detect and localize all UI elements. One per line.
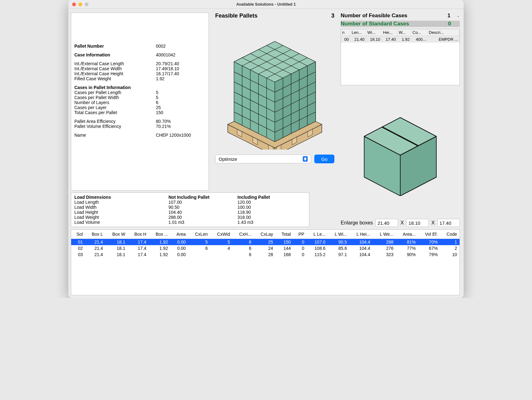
cases-col-header[interactable]: Len... [350, 29, 366, 36]
sol-col-header[interactable]: Box H [128, 230, 149, 239]
iec-width-value: 17.49/18.10 [156, 66, 205, 71]
sol-cell: 108.6 [307, 245, 328, 251]
table-row[interactable]: 0221.418.117.41.920.00646241440108.685.6… [71, 245, 460, 251]
pallet-name-label: Name [74, 133, 156, 138]
sol-col-header[interactable]: Box W [105, 230, 128, 239]
cases-table[interactable]: nLen...Wi...Hei...W...Co...Descri... 002… [341, 29, 460, 85]
sol-col-header[interactable]: Vol Ef. [418, 230, 440, 239]
sol-cell: 150 [275, 239, 293, 245]
sol-col-header[interactable]: Code [440, 230, 460, 239]
pallet-info-panel: Pallet Number0002 Case Information400010… [71, 13, 209, 191]
nsc-value: 0 [448, 21, 451, 27]
cases-per-layer-label: Cases per Layer [74, 105, 156, 110]
enlarge-length-input[interactable] [375, 219, 398, 227]
cases-cell: 00 [341, 36, 350, 43]
sol-cell: 104.4 [349, 245, 373, 251]
table-row[interactable]: 0021.4018.1017.401.92400...EMPDR ... [341, 36, 460, 43]
sol-col-header[interactable]: L Hei... [349, 230, 373, 239]
sol-cell: 01 [71, 239, 85, 245]
cases-col-header[interactable]: Descri... [428, 29, 460, 36]
load-dim-header: Load Dimensions [74, 195, 168, 200]
sol-cell: 77% [396, 245, 418, 251]
case-info-label: Case Information [74, 52, 156, 57]
svg-marker-39 [304, 159, 306, 161]
sol-cell [188, 251, 210, 258]
x-label: X [401, 220, 404, 226]
cases-col-header[interactable]: n [341, 29, 350, 36]
sol-cell: 0 [293, 251, 307, 258]
table-row[interactable]: 0121.418.117.41.920.00556251500107.090.5… [71, 239, 460, 245]
sol-cell: 17.4 [128, 245, 149, 251]
sol-cell: 85.6 [328, 245, 349, 251]
sol-col-header[interactable]: CxLay [254, 230, 275, 239]
sol-col-header[interactable]: L Wi... [328, 230, 349, 239]
cases-cell: EMPDR ... [428, 36, 460, 43]
cpl-width-value: 5 [156, 95, 205, 100]
sol-cell: 24 [254, 245, 275, 251]
sol-cell: 90.5 [328, 239, 349, 245]
sol-cell: 79% [418, 251, 440, 258]
chevron-down-icon[interactable]: ⌄ [457, 13, 460, 18]
table-row[interactable]: 0321.418.117.41.920.006281680115.297.110… [71, 251, 460, 258]
filled-weight-value: 1.92 [156, 76, 205, 81]
sol-cell: 25 [254, 239, 275, 245]
pallet-number-label: Pallet Number [74, 44, 156, 49]
sol-col-header[interactable]: CxWid [210, 230, 232, 239]
sol-cell: 70% [418, 239, 440, 245]
enlarge-width-input[interactable] [406, 219, 429, 227]
sol-cell: 0.00 [171, 251, 189, 258]
load-row-label: Load Weight [74, 215, 168, 220]
sol-cell: 1.92 [149, 245, 170, 251]
sol-col-header[interactable]: PP [293, 230, 307, 239]
optimize-select[interactable]: Optimize [215, 155, 311, 163]
sol-cell: 144 [275, 245, 293, 251]
cpl-width-label: Cases per Pallet Width [74, 95, 156, 100]
sol-col-header[interactable]: Sol [71, 230, 85, 239]
minimize-icon[interactable] [78, 3, 82, 6]
enlarge-height-input[interactable] [437, 219, 460, 227]
chevron-updown-icon [303, 156, 308, 162]
sol-col-header[interactable]: CxH... [232, 230, 254, 239]
solutions-table[interactable]: SolBox LBox WBox HBox ...AreaCxLenCxWidC… [71, 229, 460, 295]
sol-col-header[interactable]: Area [171, 230, 189, 239]
sol-col-header[interactable]: Box L [85, 230, 105, 239]
cases-col-header[interactable]: W... [397, 29, 411, 36]
cases-col-header[interactable]: Co... [411, 29, 428, 36]
cases-col-header[interactable]: Wi... [366, 29, 382, 36]
sol-col-header[interactable]: CxLen [188, 230, 210, 239]
box-3d-view[interactable] [341, 87, 460, 217]
sol-col-header[interactable]: Box ... [149, 230, 170, 239]
cases-cell: 400... [411, 36, 428, 43]
sol-cell: 288 [373, 239, 396, 245]
pallet-3d-view[interactable] [218, 19, 331, 155]
close-icon[interactable] [72, 3, 76, 6]
sol-cell: 21.4 [85, 251, 105, 258]
nsc-label: Number of Standard Cases [341, 21, 409, 27]
sol-cell: 67% [418, 245, 440, 251]
sol-col-header[interactable]: Total [275, 230, 293, 239]
sol-cell: 0.00 [171, 239, 189, 245]
sol-cell: 18.1 [105, 251, 128, 258]
go-button[interactable]: Go [314, 155, 334, 163]
cases-col-header[interactable]: Hei... [382, 29, 397, 36]
case-info-value: 40001042 [156, 52, 205, 57]
maximize-icon[interactable] [85, 3, 88, 6]
sol-col-header[interactable]: L Le... [307, 230, 328, 239]
iec-width-label: Int./External Case Width [74, 66, 156, 71]
sol-cell: 97.1 [328, 251, 349, 258]
sol-cell: 03 [71, 251, 85, 258]
sol-cell [210, 251, 232, 258]
sol-col-header[interactable]: Area... [396, 230, 418, 239]
sol-cell: 107.0 [307, 239, 328, 245]
iec-length-value: 20.79/21.40 [156, 61, 205, 66]
sol-col-header[interactable]: L We... [373, 230, 396, 239]
total-cases-label: Total Cases per Pallet [74, 110, 156, 115]
cases-per-layer-value: 25 [156, 105, 205, 110]
sol-cell: 17.4 [128, 239, 149, 245]
sol-cell: 28 [254, 251, 275, 258]
sol-cell: 1.92 [149, 251, 170, 258]
sol-cell: 21.4 [85, 245, 105, 251]
filled-weight-label: Filled Case Weight [74, 76, 156, 81]
cases-cell: 21.40 [350, 36, 366, 43]
sol-cell: 2 [440, 245, 460, 251]
